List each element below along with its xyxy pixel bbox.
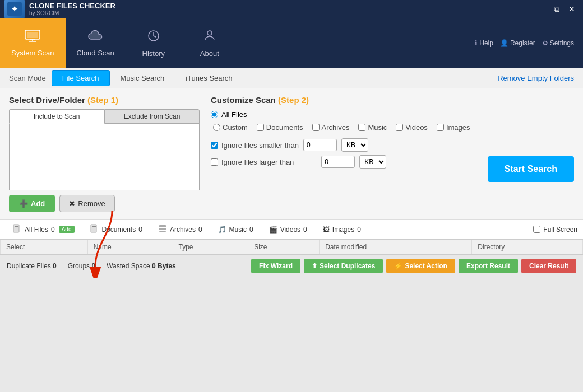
bottom-actions: Fix Wizard ⬆ Select Duplicates ⚡ Select … (251, 259, 576, 273)
col-date: Date modified (320, 240, 472, 254)
remove-button[interactable]: ✖ Remove (59, 195, 114, 212)
tab-music-search[interactable]: Music Search (110, 70, 175, 86)
nav-tab-system-scan[interactable]: System Scan (0, 18, 66, 68)
nav-tab-about[interactable]: About (182, 18, 238, 68)
navbar-right: ℹ Help 👤 Register ⚙ Settings (475, 18, 583, 68)
documents-check-label[interactable]: Documents (257, 123, 303, 132)
exclude-scan-tab[interactable]: Exclude from Scan (104, 109, 200, 124)
duplicate-files-stat: Duplicate Files 0 (7, 262, 57, 270)
custom-radio-label[interactable]: Custom (213, 123, 248, 132)
svg-text:✦: ✦ (11, 4, 18, 13)
videos-check-label[interactable]: Videos (396, 123, 428, 132)
add-button[interactable]: ➕ Add (9, 195, 55, 212)
larger-value-input[interactable] (321, 156, 355, 168)
about-icon (203, 29, 216, 46)
right-panel-title: Customize Scan (Step 2) (211, 95, 574, 105)
archives-tab-label: Archives (170, 226, 196, 234)
col-name: Name (87, 240, 173, 254)
upload-icon: ⬆ (312, 262, 317, 270)
all-files-label[interactable]: All Files (221, 110, 247, 119)
svg-rect-15 (92, 228, 96, 228)
cloud-scan-label: Cloud Scan (77, 49, 114, 57)
smaller-unit-select[interactable]: KB MB GB (341, 138, 368, 152)
videos-tab-icon: 🎬 (269, 226, 277, 234)
result-tab-all-files[interactable]: All Files 0 Add (6, 221, 82, 237)
svg-rect-3 (27, 32, 38, 38)
music-checkbox[interactable] (358, 124, 365, 131)
about-label: About (200, 49, 219, 58)
ignore-larger-checkbox[interactable] (211, 158, 218, 166)
all-files-radio[interactable] (211, 111, 218, 118)
svg-rect-12 (15, 230, 17, 230)
titlebar: ✦ CLONE FILES CHECKER by SORCIM — ⧉ ✕ (0, 0, 583, 18)
select-action-button[interactable]: ⚡ Select Action (386, 259, 455, 273)
minimize-button[interactable]: — (534, 3, 548, 15)
app-name: CLONE FILES CHECKER (29, 2, 115, 10)
result-tab-videos[interactable]: 🎬 Videos 0 (262, 223, 314, 236)
wasted-space-stat: Wasted Space 0 Bytes (107, 262, 176, 270)
images-tab-icon: 🖼 (323, 226, 330, 234)
tab-file-search[interactable]: File Search (52, 70, 110, 86)
clear-result-button[interactable]: Clear Result (521, 259, 576, 273)
svg-rect-17 (159, 228, 166, 230)
register-link[interactable]: 👤 Register (500, 39, 535, 47)
remove-empty-folders-link[interactable]: Remove Empty Folders (498, 74, 574, 82)
larger-unit-select[interactable]: KB MB GB (359, 155, 386, 169)
svg-rect-11 (15, 228, 18, 228)
tab-itunes-search[interactable]: iTunes Search (175, 70, 243, 86)
ignore-smaller-label[interactable]: Ignore files smaller than (211, 141, 299, 150)
result-tab-images[interactable]: 🖼 Images 0 (316, 223, 368, 236)
fullscreen-label: Full Screen (543, 226, 577, 234)
custom-radio[interactable] (213, 124, 220, 131)
fullscreen-check[interactable]: Full Screen (533, 226, 577, 234)
archives-tab-count: 0 (198, 226, 202, 234)
svg-point-8 (207, 31, 212, 35)
smaller-value-input[interactable] (303, 139, 337, 151)
fix-wizard-button[interactable]: Fix Wizard (251, 259, 300, 273)
ignore-smaller-checkbox[interactable] (211, 142, 218, 149)
result-tab-music[interactable]: 🎵 Music 0 (211, 223, 261, 236)
app-name-block: CLONE FILES CHECKER by SORCIM (29, 2, 115, 16)
music-check-label[interactable]: Music (358, 123, 387, 132)
results-table: Select Name Type Size Date modified Dire… (0, 240, 583, 254)
maximize-button[interactable]: ⧉ (550, 3, 563, 15)
nav-tab-history[interactable]: History (126, 18, 182, 68)
all-files-tab-icon (13, 224, 22, 235)
archives-tab-icon (158, 224, 167, 235)
navbar: System Scan Cloud Scan History About (0, 18, 583, 68)
results-tabs: All Files 0 Add Documents 0 Archives 0 🎵… (0, 220, 583, 240)
documents-checkbox[interactable] (257, 124, 264, 131)
scan-mode-label: Scan Mode (9, 74, 46, 82)
titlebar-controls: — ⧉ ✕ (534, 3, 579, 15)
include-scan-tab[interactable]: Include to Scan (9, 109, 104, 124)
export-result-button[interactable]: Export Result (459, 259, 518, 273)
all-files-add-button[interactable]: Add (59, 226, 75, 233)
close-button[interactable]: ✕ (565, 3, 579, 15)
results-table-area: Select Name Type Size Date modified Dire… (0, 240, 583, 254)
select-duplicates-button[interactable]: ⬆ Select Duplicates (304, 259, 383, 273)
app-logo: ✦ (4, 0, 25, 19)
result-tab-archives[interactable]: Archives 0 (151, 221, 210, 237)
plus-icon: ➕ (19, 199, 28, 208)
videos-checkbox[interactable] (396, 124, 403, 131)
images-checkbox[interactable] (437, 124, 444, 131)
images-check-label[interactable]: Images (437, 123, 470, 132)
start-search-button[interactable]: Start Search (488, 156, 574, 182)
modebar: Scan Mode File Search Music Search iTune… (0, 68, 583, 88)
archives-checkbox[interactable] (312, 124, 320, 131)
fullscreen-checkbox[interactable] (533, 226, 540, 233)
documents-tab-label: Documents (102, 226, 136, 234)
help-link[interactable]: ℹ Help (475, 39, 493, 47)
music-tab-icon: 🎵 (218, 226, 226, 234)
ignore-larger-label[interactable]: Ignore files larger than (211, 158, 294, 166)
nav-tab-cloud-scan[interactable]: Cloud Scan (66, 18, 126, 68)
col-type: Type (173, 240, 248, 254)
history-icon (147, 29, 160, 46)
svg-rect-18 (159, 231, 166, 232)
cloud-scan-icon (87, 30, 103, 45)
svg-rect-14 (92, 226, 96, 227)
documents-tab-count: 0 (138, 226, 142, 234)
archives-check-label[interactable]: Archives (312, 123, 350, 132)
result-tab-documents[interactable]: Documents 0 (83, 221, 150, 237)
settings-link[interactable]: ⚙ Settings (542, 39, 574, 47)
